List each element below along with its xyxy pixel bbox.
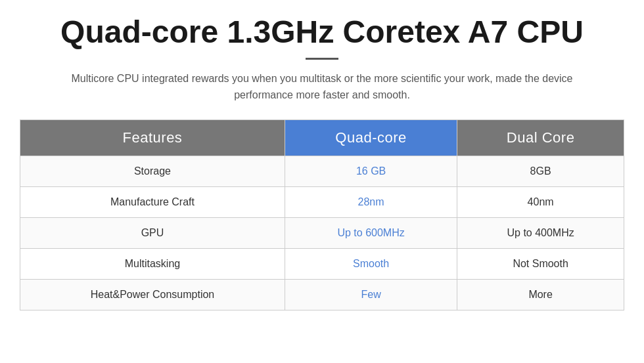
table-header-row: Features Quad-core Dual Core: [20, 119, 624, 156]
cell-dual-value: Not Smooth: [457, 248, 624, 279]
cell-dual-value: Up to 400MHz: [457, 217, 624, 248]
table-row: MultitaskingSmoothNot Smooth: [20, 248, 624, 279]
cell-feature: Multitasking: [20, 248, 285, 279]
table-row: Storage16 GB8GB: [20, 156, 624, 186]
cell-dual-value: 8GB: [457, 156, 624, 186]
comparison-table: Features Quad-core Dual Core Storage16 G…: [20, 119, 624, 310]
table-row: GPUUp to 600MHzUp to 400MHz: [20, 217, 624, 248]
subtitle: Multicore CPU integrated rewards you whe…: [53, 70, 591, 104]
cell-feature: GPU: [20, 217, 285, 248]
col-header-quad: Quad-core: [285, 119, 457, 156]
cell-dual-value: 40nm: [457, 186, 624, 217]
col-header-features: Features: [20, 119, 285, 156]
cell-quad-value: Smooth: [285, 248, 457, 279]
cell-quad-value: 28nm: [285, 186, 457, 217]
cell-feature: Heat&Power Consumption: [20, 279, 285, 310]
cell-quad-value: 16 GB: [285, 156, 457, 186]
cell-quad-value: Few: [285, 279, 457, 310]
col-header-dual: Dual Core: [457, 119, 624, 156]
cell-dual-value: More: [457, 279, 624, 310]
table-row: Heat&Power ConsumptionFewMore: [20, 279, 624, 310]
cell-feature: Storage: [20, 156, 285, 186]
table-row: Manufacture Craft28nm40nm: [20, 186, 624, 217]
page-title: Quad-core 1.3GHz Coretex A7 CPU: [60, 13, 584, 51]
cell-quad-value: Up to 600MHz: [285, 217, 457, 248]
title-divider: [306, 58, 338, 60]
cell-feature: Manufacture Craft: [20, 186, 285, 217]
